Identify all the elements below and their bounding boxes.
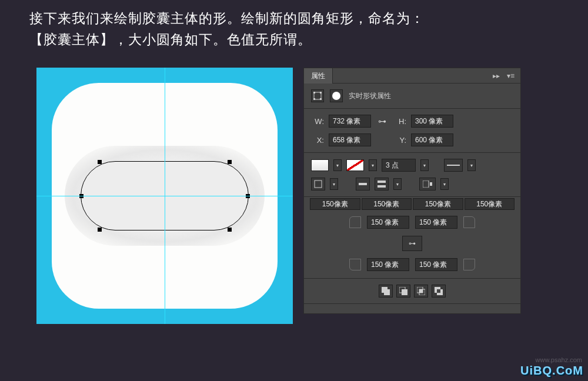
watermark: UiBQ.CoM bbox=[520, 364, 583, 377]
panel-title-row: 实时形状属性 bbox=[304, 83, 520, 109]
anchor-point[interactable] bbox=[228, 228, 232, 232]
corner-bl-icon[interactable] bbox=[349, 259, 361, 270]
svg-rect-18 bbox=[419, 289, 423, 293]
corner-tr-field[interactable]: 150 像素 bbox=[415, 216, 457, 229]
stroke-dropdown[interactable]: ▾ bbox=[369, 159, 377, 171]
svg-rect-2 bbox=[320, 92, 322, 93]
link-wh-icon[interactable]: ⊶ bbox=[376, 116, 389, 126]
y-field[interactable]: 600 像素 bbox=[411, 133, 453, 146]
corner-summary-tl[interactable]: 150像素 bbox=[310, 198, 360, 210]
svg-rect-13 bbox=[384, 289, 390, 295]
corner-br-icon[interactable] bbox=[463, 259, 475, 270]
instruction-line1: 接下来我们来绘制胶囊主体的形。绘制新的圆角矩形，命名为： bbox=[29, 11, 425, 26]
path-ops-icon[interactable] bbox=[311, 178, 325, 190]
stroke-options-icon[interactable] bbox=[419, 178, 436, 190]
shape-bounds-icon[interactable] bbox=[311, 89, 324, 102]
svg-rect-6 bbox=[315, 181, 322, 188]
panel-header: 属性 ▸▸ ▾≡ bbox=[304, 68, 520, 83]
panel-tab-properties[interactable]: 属性 bbox=[304, 68, 333, 83]
panel-menu-icon[interactable]: ▾≡ bbox=[507, 72, 514, 80]
fill-swatch[interactable] bbox=[311, 159, 329, 171]
corner-tr-icon[interactable] bbox=[463, 216, 475, 228]
stroke-options-dropdown[interactable]: ▾ bbox=[440, 178, 449, 190]
anchor-point[interactable] bbox=[98, 160, 102, 164]
height-field[interactable]: 300 像素 bbox=[411, 115, 453, 128]
align-stroke-dropdown[interactable]: ▾ bbox=[393, 178, 402, 190]
intersect-button[interactable] bbox=[414, 285, 428, 298]
corner-summary: 150像素 150像素 150像素 150像素 bbox=[304, 197, 520, 213]
width-label: W: bbox=[311, 117, 324, 126]
height-label: H: bbox=[393, 117, 406, 126]
width-field[interactable]: 732 像素 bbox=[329, 115, 371, 128]
stroke-weight-field[interactable]: 3 点 bbox=[382, 159, 416, 172]
align-stroke-center[interactable] bbox=[375, 178, 389, 190]
tutorial-instruction: 接下来我们来绘制胶囊主体的形。绘制新的圆角矩形，命名为： 【胶囊主体】，大小圆角… bbox=[0, 0, 588, 50]
corner-summary-br[interactable]: 150像素 bbox=[465, 198, 515, 210]
corner-summary-bl[interactable]: 150像素 bbox=[413, 198, 463, 210]
fill-stroke-section: ▾ ▾ 3 点 ▾ ▾ ▾ ▾ ▾ bbox=[304, 153, 520, 197]
pathfinder-row bbox=[304, 279, 520, 304]
panel-title: 实时形状属性 bbox=[349, 91, 391, 101]
mask-icon[interactable] bbox=[330, 89, 343, 102]
collapse-icon[interactable]: ▸▸ bbox=[493, 72, 500, 80]
corner-summary-tr[interactable]: 150像素 bbox=[362, 198, 412, 210]
svg-rect-10 bbox=[423, 181, 429, 188]
anchor-point[interactable] bbox=[228, 160, 232, 164]
svg-rect-11 bbox=[430, 182, 432, 186]
anchor-point[interactable] bbox=[98, 228, 102, 232]
align-stroke-inside[interactable] bbox=[356, 178, 370, 190]
properties-panel: 属性 ▸▸ ▾≡ 实时形状属性 W: 732 像素 ⊶ H: 300 像素 X: bbox=[303, 68, 521, 314]
stroke-swatch[interactable] bbox=[346, 159, 364, 171]
subtract-button[interactable] bbox=[396, 285, 410, 298]
guide-horizontal bbox=[36, 196, 293, 196]
svg-rect-21 bbox=[437, 289, 440, 293]
unite-button[interactable] bbox=[379, 285, 393, 298]
corner-tl-icon[interactable] bbox=[349, 216, 361, 228]
content-row: 属性 ▸▸ ▾≡ 实时形状属性 W: 732 像素 ⊶ H: 300 像素 X: bbox=[0, 50, 588, 324]
svg-rect-4 bbox=[320, 98, 322, 100]
svg-rect-1 bbox=[313, 92, 315, 93]
corner-tl-field[interactable]: 150 像素 bbox=[367, 216, 409, 229]
fill-dropdown[interactable]: ▾ bbox=[333, 159, 342, 171]
exclude-button[interactable] bbox=[432, 285, 446, 298]
watermark-small: www.psahz.com bbox=[536, 356, 582, 363]
corner-br-field[interactable]: 150 像素 bbox=[415, 258, 457, 271]
instruction-line2: 【胶囊主体】，大小圆角如下。色值无所谓。 bbox=[29, 32, 312, 47]
svg-rect-8 bbox=[377, 181, 386, 183]
stroke-style-solid[interactable] bbox=[444, 159, 463, 172]
stroke-style-dropdown[interactable]: ▾ bbox=[467, 159, 476, 171]
canvas-preview[interactable] bbox=[36, 68, 293, 324]
stroke-weight-dropdown[interactable]: ▾ bbox=[420, 159, 429, 171]
svg-rect-3 bbox=[313, 98, 315, 100]
svg-rect-9 bbox=[377, 185, 386, 188]
link-corners-button[interactable]: ⊶ bbox=[402, 236, 422, 251]
corner-radius-section: 150 像素 150 像素 ⊶ 150 像素 150 像素 bbox=[304, 213, 520, 279]
x-label: X: bbox=[311, 136, 324, 145]
path-ops-dropdown[interactable]: ▾ bbox=[330, 178, 338, 190]
corner-bl-field[interactable]: 150 像素 bbox=[367, 258, 409, 271]
svg-rect-15 bbox=[402, 289, 407, 295]
y-label: Y: bbox=[393, 136, 406, 145]
x-field[interactable]: 658 像素 bbox=[329, 133, 371, 146]
size-position-section: W: 732 像素 ⊶ H: 300 像素 X: 658 像素 ⊶ Y: 600… bbox=[304, 109, 520, 153]
svg-rect-7 bbox=[359, 183, 367, 185]
panel-footer bbox=[304, 304, 520, 313]
